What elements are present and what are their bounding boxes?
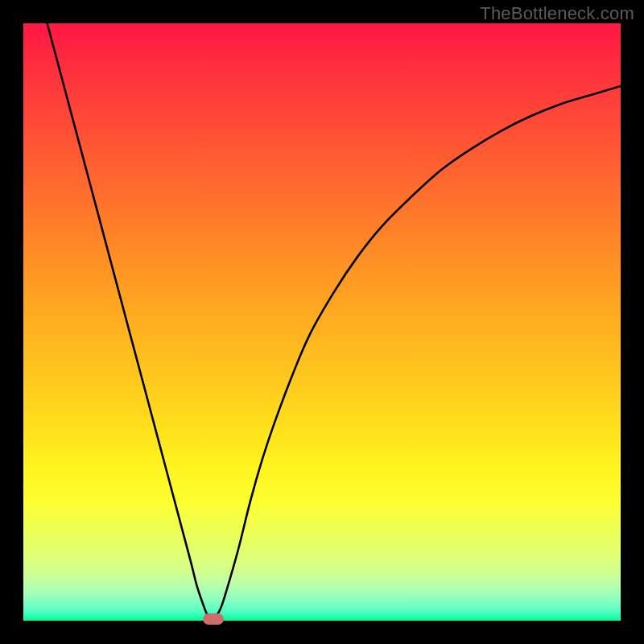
bottleneck-curve — [47, 23, 621, 618]
watermark-text: TheBottleneck.com — [480, 3, 634, 24]
plot-area — [23, 23, 621, 621]
chart-frame: TheBottleneck.com — [0, 0, 644, 644]
curve-svg — [23, 23, 621, 621]
bottleneck-marker — [203, 613, 224, 625]
